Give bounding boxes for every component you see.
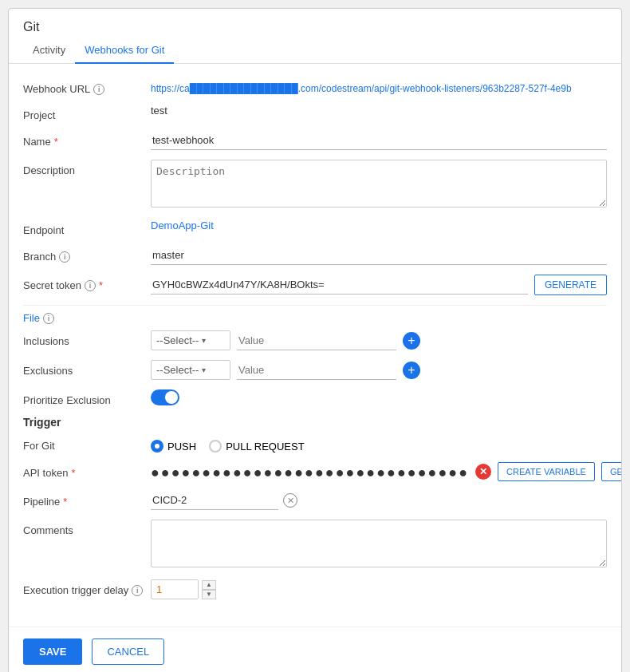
file-info-icon[interactable]: i [43, 313, 54, 324]
endpoint-value: DemoApp-Git [151, 219, 607, 231]
api-token-label: API token * [23, 462, 151, 479]
inclusions-row: Inclusions --Select-- ▾ + [23, 330, 607, 350]
pull-request-radio-option[interactable]: PULL REQUEST [209, 440, 305, 453]
branch-label: Branch i [23, 246, 151, 263]
exclusions-chevron-icon: ▾ [202, 366, 206, 374]
branch-input[interactable] [151, 246, 607, 265]
pipeline-row: Pipeline * ✕ [23, 491, 607, 510]
delay-decrement-button[interactable]: ▼ [202, 590, 216, 599]
exclusions-add-button[interactable]: + [403, 362, 420, 379]
description-row: Description [23, 160, 607, 210]
tab-bar: Activity Webhooks for Git [9, 38, 621, 64]
secret-token-col: GENERATE [151, 275, 607, 295]
pull-request-radio-label: PULL REQUEST [226, 441, 305, 453]
secret-token-input-row: GENERATE [151, 275, 607, 295]
generate-token-button[interactable]: GENERATE TOKEN [601, 462, 622, 481]
secret-token-input[interactable] [151, 275, 528, 294]
trigger-radio-group: PUSH PULL REQUEST [151, 435, 607, 453]
inclusions-value-input[interactable] [237, 331, 396, 350]
comments-label: Comments [23, 520, 151, 536]
inclusions-select[interactable]: --Select-- ▾ [151, 330, 230, 350]
execution-trigger-delay-label: Execution trigger delay i [23, 579, 151, 596]
trigger-delay-controls: ▲ ▼ [151, 579, 607, 599]
pipeline-clear-icon[interactable]: ✕ [283, 493, 297, 508]
pipeline-controls: ✕ [151, 491, 607, 510]
name-input-col [151, 131, 607, 150]
webhook-url-info-icon[interactable]: i [93, 84, 104, 95]
description-col [151, 160, 607, 210]
file-section-label: File i [23, 312, 607, 324]
api-token-row: API token * ●●●●●●●●●●●●●●●●●●●●●●●●●●●●… [23, 462, 607, 481]
prioritize-exclusion-toggle-container [151, 389, 607, 405]
for-git-row: For Git PUSH PULL REQUEST [23, 435, 607, 453]
api-token-error-icon[interactable]: ✕ [475, 464, 491, 480]
execution-trigger-delay-col: ▲ ▼ [151, 579, 607, 599]
exclusions-controls: --Select-- ▾ + [151, 360, 607, 380]
main-window: Git Activity Webhooks for Git Webhook UR… [8, 8, 622, 672]
comments-row: Comments [23, 520, 607, 570]
comments-textarea[interactable] [151, 520, 607, 567]
push-radio-circle [151, 440, 163, 453]
inclusions-col: --Select-- ▾ + [151, 330, 607, 350]
project-row: Project test [23, 105, 607, 121]
secret-token-info-icon[interactable]: i [85, 280, 96, 291]
name-row: Name * [23, 131, 607, 150]
branch-info-icon[interactable]: i [59, 251, 70, 263]
name-input[interactable] [151, 131, 607, 150]
webhook-url-row: Webhook URL i https://ca████████████████… [23, 78, 607, 95]
tab-webhooks-for-git[interactable]: Webhooks for Git [75, 38, 174, 64]
comments-col [151, 520, 607, 570]
form-content: Webhook URL i https://ca████████████████… [9, 64, 621, 620]
delay-spinner: ▲ ▼ [202, 580, 216, 599]
tab-activity[interactable]: Activity [23, 38, 75, 64]
exclusions-value-input[interactable] [237, 361, 396, 380]
divider-1 [23, 305, 607, 306]
project-label: Project [23, 105, 151, 121]
pull-request-radio-circle [209, 440, 222, 453]
execution-trigger-delay-row: Execution trigger delay i ▲ ▼ [23, 579, 607, 599]
branch-row: Branch i [23, 246, 607, 265]
project-value: test [151, 105, 607, 117]
exclusions-col: --Select-- ▾ + [151, 360, 607, 380]
exclusions-row: Exclusions --Select-- ▾ + [23, 360, 607, 380]
prioritize-exclusion-row: Prioritize Exclusion [23, 389, 607, 406]
push-radio-label: PUSH [167, 441, 196, 453]
for-git-label: For Git [23, 435, 151, 452]
secret-token-label: Secret token i * [23, 275, 151, 291]
trigger-section-title: Trigger [23, 416, 607, 429]
cancel-button[interactable]: CANCEL [92, 638, 164, 665]
inclusions-add-button[interactable]: + [403, 332, 420, 350]
prioritize-exclusion-label: Prioritize Exclusion [23, 389, 151, 406]
push-radio-option[interactable]: PUSH [151, 440, 196, 453]
description-label: Description [23, 160, 151, 176]
footer-buttons: SAVE CANCEL [9, 627, 621, 672]
pipeline-col: ✕ [151, 491, 607, 510]
pipeline-label: Pipeline * [23, 491, 151, 508]
api-token-col: ●●●●●●●●●●●●●●●●●●●●●●●●●●●●●●● ✕ CREATE… [151, 462, 622, 481]
secret-token-row: Secret token i * GENERATE [23, 275, 607, 295]
description-textarea[interactable] [151, 160, 607, 208]
webhook-url-label: Webhook URL i [23, 78, 151, 95]
toggle-knob [165, 391, 178, 404]
branch-input-col [151, 246, 607, 265]
api-token-dots: ●●●●●●●●●●●●●●●●●●●●●●●●●●●●●●● [151, 463, 469, 481]
prioritize-exclusion-col [151, 389, 607, 405]
delay-input[interactable] [151, 579, 199, 599]
webhook-url-value: https://ca████████████████.com/codestrea… [151, 78, 607, 94]
endpoint-label: Endpoint [23, 219, 151, 236]
delay-increment-button[interactable]: ▲ [202, 580, 216, 590]
create-variable-button[interactable]: CREATE VARIABLE [498, 462, 595, 481]
inclusions-label: Inclusions [23, 330, 151, 347]
execution-delay-info-icon[interactable]: i [132, 585, 143, 596]
prioritize-exclusion-toggle[interactable] [151, 389, 179, 405]
generate-button[interactable]: GENERATE [534, 275, 607, 295]
inclusions-controls: --Select-- ▾ + [151, 330, 607, 350]
api-token-controls: ●●●●●●●●●●●●●●●●●●●●●●●●●●●●●●● ✕ CREATE… [151, 462, 622, 481]
page-title: Git [9, 9, 621, 34]
name-label: Name * [23, 131, 151, 148]
endpoint-row: Endpoint DemoApp-Git [23, 219, 607, 236]
exclusions-select[interactable]: --Select-- ▾ [151, 360, 230, 380]
pipeline-input[interactable] [151, 491, 278, 510]
save-button[interactable]: SAVE [23, 638, 82, 665]
exclusions-label: Exclusions [23, 360, 151, 377]
